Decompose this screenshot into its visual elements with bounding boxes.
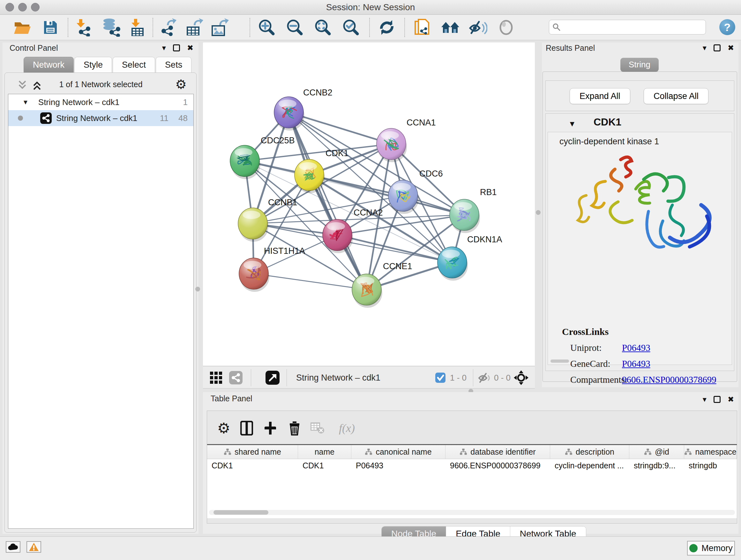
export-image-button[interactable] bbox=[208, 17, 231, 38]
tab-string[interactable]: String bbox=[620, 58, 659, 72]
column-header[interactable]: canonical name bbox=[351, 445, 446, 459]
zoom-selected-button[interactable] bbox=[340, 17, 362, 38]
export-network-button[interactable] bbox=[157, 17, 180, 38]
shared-column-icon bbox=[684, 448, 692, 456]
scrollbar-thumb[interactable] bbox=[213, 510, 268, 515]
panel-close-icon[interactable]: ✖ bbox=[728, 395, 734, 403]
tab-sets[interactable]: Sets bbox=[156, 57, 192, 73]
memory-button[interactable]: Memory bbox=[687, 541, 735, 556]
status-bar: Memory bbox=[0, 537, 741, 560]
warnings-button[interactable] bbox=[26, 541, 41, 553]
tab-network[interactable]: Network bbox=[23, 57, 74, 73]
panel-float-icon[interactable] bbox=[173, 44, 180, 51]
import-network-database-button[interactable] bbox=[99, 17, 123, 38]
expand-all-button[interactable]: Expand All bbox=[569, 88, 630, 104]
network-edge[interactable] bbox=[254, 273, 367, 290]
string-home-button[interactable] bbox=[439, 17, 462, 38]
column-header[interactable]: name bbox=[298, 445, 351, 459]
tab-style[interactable]: Style bbox=[74, 57, 112, 73]
network-node-RB1[interactable]: RB1 bbox=[450, 187, 497, 233]
selected-checkbox-icon[interactable] bbox=[435, 367, 446, 389]
network-collection-row[interactable]: ▼ String Network – cdk1 1 bbox=[8, 94, 193, 110]
panel-close-icon[interactable]: ✖ bbox=[728, 44, 734, 52]
detach-view-icon[interactable] bbox=[266, 367, 280, 389]
zoom-in-button[interactable] bbox=[255, 17, 278, 38]
collapse-all-button[interactable]: Collapse All bbox=[644, 88, 709, 104]
crosslink-compartments-link[interactable]: 9606.ENSP00000378699 bbox=[622, 374, 717, 385]
show-columns-icon[interactable] bbox=[238, 419, 256, 437]
network-options-gear-icon[interactable]: ⚙ bbox=[175, 78, 187, 91]
export-table-button[interactable] bbox=[183, 17, 205, 38]
network-status-dot-icon bbox=[18, 116, 23, 121]
network-collection-label: String Network – cdk1 bbox=[38, 98, 119, 107]
hide-glass-eye-icon-button[interactable] bbox=[467, 17, 489, 38]
vertical-splitter-handle[interactable] bbox=[195, 287, 200, 292]
network-node-CDC25B[interactable]: CDC25B bbox=[230, 136, 295, 179]
column-header[interactable]: description bbox=[550, 445, 629, 459]
hidden-eye-slash-icon[interactable] bbox=[478, 367, 491, 389]
table-row[interactable]: CDK1 CDK1 P06493 9606.ENSP00000378699 cy… bbox=[207, 459, 737, 473]
node-label-CCNE1: CCNE1 bbox=[383, 261, 412, 271]
search-input[interactable] bbox=[563, 22, 702, 32]
panel-float-icon[interactable] bbox=[714, 44, 721, 51]
network-node-count: 11 bbox=[160, 113, 169, 123]
vertical-splitter-handle[interactable] bbox=[536, 210, 541, 215]
network-node-CDKN1A[interactable]: CDKN1A bbox=[437, 235, 502, 281]
panel-collapse-icon[interactable]: ▾ bbox=[162, 44, 166, 52]
save-session-button[interactable] bbox=[39, 17, 62, 38]
table-header-row: shared name name canonical name database… bbox=[207, 445, 737, 459]
string-network-graph[interactable]: CCNB2CCNA1CDC25BCDK1CDC6RB1CCNB1CCNA2CDK… bbox=[203, 43, 535, 366]
help-button[interactable]: ? bbox=[719, 19, 735, 35]
entry-collapse-arrow-icon[interactable]: ▼ bbox=[568, 119, 576, 128]
import-table-file-button[interactable] bbox=[126, 17, 149, 38]
tree-expand-arrow-icon[interactable]: ▼ bbox=[22, 99, 29, 106]
panel-close-icon[interactable]: ✖ bbox=[187, 44, 193, 52]
node-table[interactable]: shared name name canonical name database… bbox=[207, 444, 737, 518]
node-label-CDKN1A: CDKN1A bbox=[467, 235, 502, 244]
network-share-view-icon[interactable] bbox=[229, 367, 243, 389]
application-window: Session: New Session bbox=[0, 0, 741, 560]
cybrowser-document-button[interactable] bbox=[410, 17, 433, 38]
network-canvas[interactable]: CCNB2CCNA1CDC25BCDK1CDC6RB1CCNB1CCNA2CDK… bbox=[203, 43, 535, 366]
panel-float-icon[interactable] bbox=[714, 396, 721, 403]
entry-horizontal-scrollbar[interactable] bbox=[550, 360, 569, 363]
grid-view-icon[interactable] bbox=[210, 367, 222, 389]
entry-header[interactable]: ▼ CDK1 bbox=[546, 114, 734, 132]
import-network-file-button[interactable] bbox=[73, 17, 96, 38]
zoom-out-button[interactable] bbox=[283, 17, 307, 38]
refresh-button[interactable] bbox=[375, 17, 398, 38]
delete-column-trash-icon[interactable] bbox=[286, 419, 304, 437]
column-header[interactable]: @id bbox=[629, 445, 684, 459]
crosslink-genecard-link[interactable]: P06493 bbox=[622, 359, 650, 369]
network-edge[interactable] bbox=[289, 112, 367, 290]
network-node-CCNB2[interactable]: CCNB2 bbox=[274, 88, 333, 131]
delete-table-icon[interactable] bbox=[309, 419, 327, 437]
node-label-CCNA1: CCNA1 bbox=[407, 118, 436, 127]
cloud-status-button[interactable] bbox=[6, 541, 20, 553]
node-label-CCNB1: CCNB1 bbox=[268, 198, 297, 207]
search-icon bbox=[552, 23, 561, 31]
cell-database-identifier: 9606.ENSP00000378699 bbox=[446, 459, 550, 473]
create-column-plus-icon[interactable] bbox=[261, 419, 279, 437]
column-header[interactable]: shared name bbox=[207, 445, 298, 459]
tab-select[interactable]: Select bbox=[113, 57, 155, 73]
birds-eye-toggle-icon[interactable] bbox=[513, 367, 529, 389]
table-settings-gear-icon[interactable]: ⚙ bbox=[215, 419, 232, 437]
panel-collapse-icon[interactable]: ▾ bbox=[703, 395, 706, 403]
table-panel-title: Table Panel bbox=[211, 394, 253, 403]
open-session-button[interactable] bbox=[11, 17, 34, 38]
entry-description: cyclin-dependent kinase 1 bbox=[559, 137, 659, 146]
crosslink-uniprot-link[interactable]: P06493 bbox=[622, 343, 650, 353]
column-header[interactable]: namespace bbox=[684, 445, 737, 459]
network-node-CCNA1[interactable]: CCNA1 bbox=[377, 118, 436, 162]
network-row[interactable]: String Network – cdk1 11 48 bbox=[8, 110, 193, 126]
zoom-fit-button[interactable] bbox=[312, 17, 334, 38]
table-horizontal-scrollbar[interactable] bbox=[209, 510, 735, 515]
function-builder-icon[interactable]: f(x) bbox=[333, 419, 360, 437]
show-glass-eye-icon-button[interactable] bbox=[495, 17, 518, 38]
panel-collapse-icon[interactable]: ▾ bbox=[703, 44, 706, 52]
network-node-HIST1H1A[interactable]: HIST1H1A bbox=[239, 246, 305, 292]
network-node-CCNB1[interactable]: CCNB1 bbox=[238, 198, 297, 242]
entry-body: cyclin-dependent kinase 1 bbox=[548, 132, 732, 365]
column-header[interactable]: database identifier bbox=[446, 445, 550, 459]
